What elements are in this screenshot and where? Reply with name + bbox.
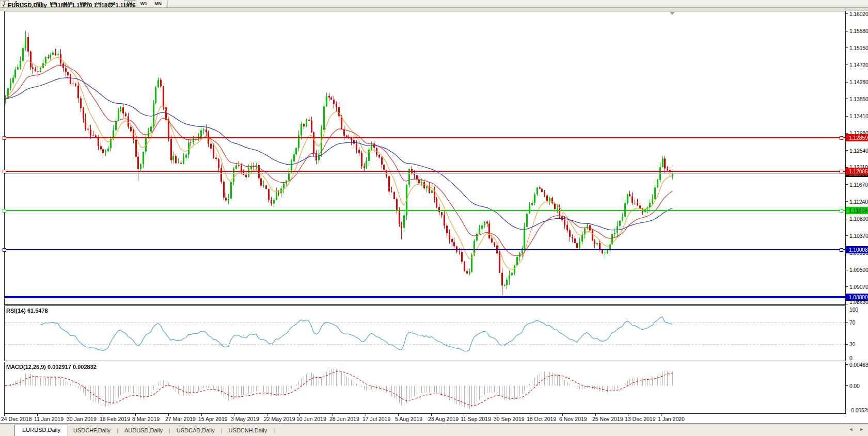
macd-panel [4,362,846,414]
price-tick-label: 1.12540 [849,148,868,154]
price-tick-mark [845,47,848,48]
date-tick-label: 23 Aug 2019 [428,416,459,422]
macd-tick-label: -0.00529 [849,407,868,413]
rsi-tick-mark [845,322,848,322]
line-handle[interactable] [840,170,843,173]
line-handle[interactable] [840,209,843,213]
date-tick-label: 30 Sep 2019 [494,416,525,422]
price-tick-mark [845,82,848,83]
price-tick-mark [845,150,848,151]
date-tick-label: 11 Sep 2019 [461,416,491,422]
level-price-tag: 1.12005 [846,168,868,175]
line-handle[interactable] [3,248,6,252]
rsi-canvas[interactable] [5,306,845,361]
chart-tab-bar: EURUSD,DailyUSDCHF,Daily|AUDUSD,Daily|US… [0,423,868,436]
date-tick-label: 25 Nov 2019 [592,416,623,422]
date-tick-label: 3 May 2019 [231,416,259,422]
level-price-tag: 1.10008 [846,246,868,253]
timeframe-button-w1[interactable]: W1 [137,1,151,7]
horizontal-level-line[interactable] [5,210,845,211]
timeframe-button-mn[interactable]: MN [151,1,165,7]
price-tick-label: 1.16020 [849,11,868,17]
chart-tab-audusd[interactable]: AUDUSD,Daily [119,426,168,436]
rsi-panel [4,305,846,361]
date-tick-label: 18 Oct 2019 [527,416,556,422]
price-tick-mark [845,99,848,99]
tab-scroll-right-icon[interactable]: ► [859,427,864,432]
line-handle[interactable] [840,248,843,252]
tab-separator: | [116,426,119,436]
macd-label: MACD(12,26,9) 0.002917 0.002832 [6,364,97,370]
tab-separator: | [220,426,224,436]
tab-separator: | [272,426,276,436]
line-handle[interactable] [3,136,6,140]
macd-tick-mark [845,364,848,365]
chart-tab-usdcnh[interactable]: USDCNH,Daily [224,426,273,436]
chart-ohlc-values: 1.11880 1.11970 1.11802 1.11956 [50,2,136,8]
price-tick-mark [845,304,848,304]
date-tick-label: 30 Jan 2019 [67,416,97,422]
date-tick-label: 22 May 2019 [264,416,295,422]
chart-tab-usdchf[interactable]: USDCHF,Daily [68,426,116,436]
line-handle[interactable] [840,136,843,140]
level-price-tag: 1.11009 [846,207,868,214]
main-chart-canvas[interactable] [5,11,845,304]
chart-title: ▼EURUSD,Daily 1.11880 1.11970 1.11802 1.… [2,2,136,8]
price-tick-mark [845,64,848,65]
horizontal-level-line[interactable] [5,296,845,298]
price-tick-label: 1.10370 [849,233,868,239]
price-tick-label: 1.15150 [849,45,868,51]
date-tick-label: 17 Jul 2019 [362,416,390,422]
chart-symbol-label: EURUSD,Daily [8,2,47,8]
rsi-tick-mark [845,344,848,345]
macd-canvas[interactable] [5,362,845,413]
price-tick-mark [845,286,848,287]
price-tick-label: 1.15580 [849,28,868,34]
macd-tick-mark [845,410,848,410]
price-tick-label: 1.11670 [849,182,868,188]
rsi-tick-label: 100 [849,306,858,313]
tab-separator: | [168,426,171,436]
price-tick-label: 1.10800 [849,216,868,222]
date-tick-label: 8 Mar 2019 [132,416,160,422]
date-tick-label: 15 Apr 2019 [198,416,228,422]
date-tick-label: 27 Mar 2019 [165,416,196,422]
symbol-dropdown-icon[interactable]: ▼ [2,4,5,7]
tab-scroll-left-icon[interactable]: ◄ [849,427,854,432]
date-tick-label: 18 Feb 2019 [100,416,130,422]
chart-tab-eurusd[interactable]: EURUSD,Daily [14,425,68,436]
price-tick-label: 1.09070 [849,284,868,290]
tab-scroll-arrows: ◄ ► [844,427,864,432]
current-price-line [5,173,845,174]
horizontal-level-line[interactable] [5,249,845,250]
price-tick-mark [845,270,848,270]
line-handle[interactable] [3,170,6,173]
date-tick-label: 28 Jun 2019 [329,416,359,422]
chart-tab-usdcad[interactable]: USDCAD,Daily [171,426,220,436]
macd-tick-mark [845,385,848,386]
macd-tick-label: 0.00 [849,383,860,389]
price-tick-label: 1.13410 [849,113,868,119]
date-tick-label: 5 Aug 2019 [395,416,422,422]
price-tick-label: 1.13850 [849,96,868,102]
level-price-tag: 1.12859 [846,134,868,141]
price-tick-mark [845,116,848,117]
level-price-tag: 1.08800 [846,294,868,301]
terminal-window: T ▾ M1M5M15M30H1H4D1W1MN ▼EURUSD,Daily 1… [0,0,868,436]
toolbar-separator [167,1,168,7]
date-tick-label: 24 Dec 2018 [1,416,32,422]
line-handle[interactable] [3,209,6,213]
price-tick-label: 1.14280 [849,79,868,85]
macd-tick-label: 0.00463 [849,362,868,368]
price-tick-mark [845,201,848,202]
rsi-tick-label: 30 [849,341,855,347]
rsi-tick-label: 70 [849,319,855,326]
horizontal-level-line[interactable] [5,171,845,172]
price-tick-mark [845,235,848,236]
date-tick-label: 6 Nov 2019 [559,416,587,422]
price-tick-mark [845,184,848,185]
horizontal-level-line[interactable] [5,137,845,138]
chart-shift-marker[interactable] [670,12,675,15]
rsi-label: RSI(14) 61.5478 [6,308,48,314]
price-tick-label: 1.14720 [849,62,868,68]
